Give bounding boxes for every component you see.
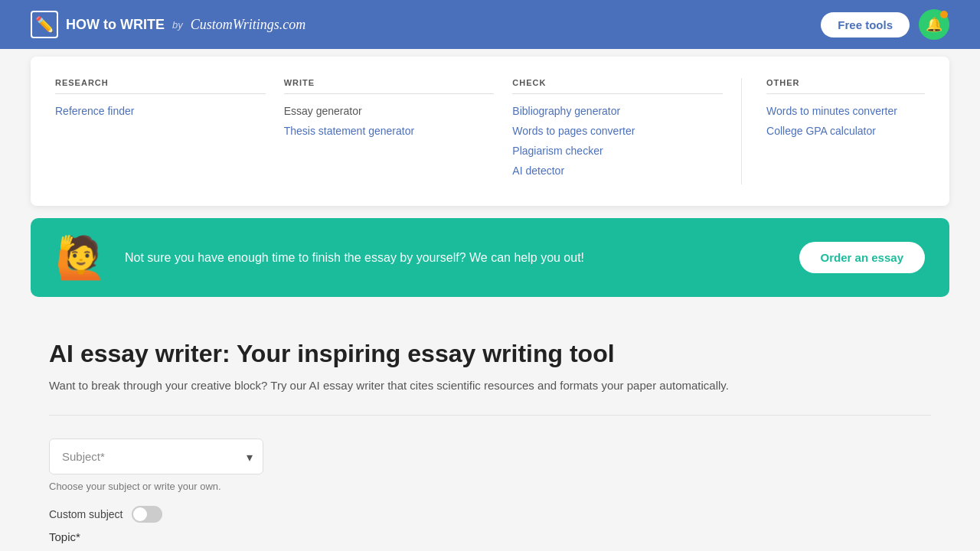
menu-divider-other [766, 93, 925, 94]
menu-section-check: CHECK Bibliography generator Words to pa… [512, 78, 741, 184]
menu-link-words-to-minutes[interactable]: Words to minutes converter [766, 105, 925, 117]
custom-subject-row: Custom subject [49, 506, 432, 523]
banner-emoji: 🙋 [55, 233, 106, 282]
menu-heading-write: WRITE [284, 78, 495, 87]
content-divider [49, 415, 931, 416]
menu-link-ai-detector[interactable]: AI detector [512, 165, 723, 177]
menu-section-other: OTHER Words to minutes converter College… [741, 78, 925, 184]
logo-howtowrite: HOW to WRITE [66, 17, 165, 33]
menu-section-research: RESEARCH Reference finder [55, 78, 284, 184]
custom-subject-label: Custom subject [49, 508, 122, 520]
page-subtitle: Want to break through your creative bloc… [49, 379, 931, 392]
menu-link-bibliography[interactable]: Bibliography generator [512, 105, 723, 117]
topic-label: Topic* [49, 530, 432, 543]
menu-divider-research [55, 93, 266, 94]
menu-link-essay-generator: Essay generator [284, 105, 495, 117]
notification-dot [940, 11, 948, 18]
menu-link-reference-finder[interactable]: Reference finder [55, 105, 266, 117]
menu-heading-check: CHECK [512, 78, 723, 87]
logo-brand: CustomWritings.com [191, 17, 306, 33]
order-essay-button[interactable]: Order an essay [799, 242, 925, 273]
logo-area: ✏️ HOW to WRITE by CustomWritings.com [31, 11, 305, 38]
banner-text: Not sure you have enough time to finish … [125, 249, 781, 267]
subject-hint: Choose your subject or write your own. [49, 481, 432, 492]
essay-form: Subject* ▾ Choose your subject or write … [49, 439, 432, 543]
custom-subject-toggle[interactable] [132, 506, 162, 523]
subject-select[interactable]: Subject* [49, 439, 263, 474]
main-content: AI essay writer: Your inspiring essay wr… [0, 309, 980, 551]
header: ✏️ HOW to WRITE by CustomWritings.com Fr… [0, 0, 980, 49]
menu-heading-other: OTHER [766, 78, 925, 87]
logo-text: HOW to WRITE [66, 17, 165, 33]
free-tools-button[interactable]: Free tools [821, 12, 910, 37]
menu-section-write: WRITE Essay generator Thesis statement g… [284, 78, 513, 184]
logo-by: by [172, 19, 183, 31]
menu-link-gpa-calculator[interactable]: College GPA calculator [766, 125, 925, 137]
dropdown-menu: RESEARCH Reference finder WRITE Essay ge… [31, 57, 949, 206]
toggle-knob [133, 507, 147, 521]
menu-link-words-to-pages[interactable]: Words to pages converter [512, 125, 723, 137]
bell-icon: 🔔 [926, 16, 942, 33]
header-right: Free tools 🔔 [821, 9, 949, 40]
subject-select-wrapper: Subject* ▾ [49, 439, 263, 474]
notification-button[interactable]: 🔔 [919, 9, 949, 40]
promo-banner: 🙋 Not sure you have enough time to finis… [31, 218, 949, 297]
menu-divider-write [284, 93, 495, 94]
menu-link-thesis-statement[interactable]: Thesis statement generator [284, 125, 495, 137]
page-title: AI essay writer: Your inspiring essay wr… [49, 340, 931, 368]
menu-link-plagiarism[interactable]: Plagiarism checker [512, 145, 723, 157]
logo-icon: ✏️ [31, 11, 58, 38]
menu-divider-check [512, 93, 723, 94]
menu-heading-research: RESEARCH [55, 78, 266, 87]
